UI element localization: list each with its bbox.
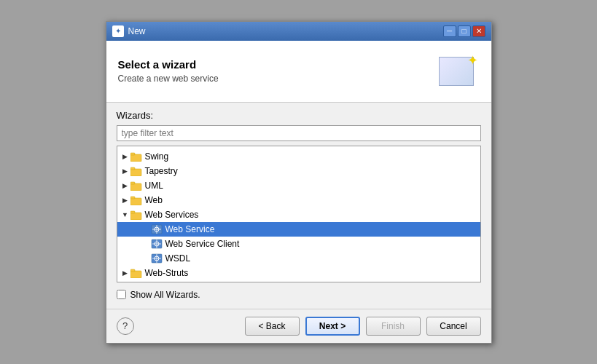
maximize-button[interactable]: □ xyxy=(458,25,471,37)
tree-item-web[interactable]: Web xyxy=(117,193,480,207)
body-section: Wizards: Swing xyxy=(106,103,491,309)
svg-rect-5 xyxy=(130,182,135,184)
next-button[interactable]: Next > xyxy=(305,317,360,336)
folder-icon-web-services xyxy=(130,210,142,220)
wsdl-icon xyxy=(151,253,163,264)
folder-icon-tapestry xyxy=(130,166,142,176)
folder-icon-swing xyxy=(130,151,142,162)
titlebar-icon: ✦ xyxy=(112,25,124,37)
tree-label-wsdl: WSDL xyxy=(165,253,191,264)
tree-item-web-services[interactable]: Web Services xyxy=(117,207,480,222)
tree-arrow-swing xyxy=(120,151,130,162)
titlebar: ✦ New ─ □ ✕ xyxy=(106,22,491,41)
bottom-section: ? < Back Next > Finish Cancel xyxy=(106,309,491,343)
tree-arrow-uml xyxy=(120,181,130,191)
svg-rect-4 xyxy=(130,183,141,191)
svg-rect-0 xyxy=(130,154,141,162)
tree-item-wsdl[interactable]: WSDL xyxy=(117,251,480,266)
minimize-button[interactable]: ─ xyxy=(443,25,456,37)
titlebar-title: New xyxy=(128,26,146,36)
svg-rect-3 xyxy=(130,167,135,170)
tree-label-tapestry: Tapestry xyxy=(145,166,178,176)
tree-arrow-web xyxy=(120,195,130,205)
close-button[interactable]: ✕ xyxy=(472,25,485,37)
tree-label-uml: UML xyxy=(145,181,163,191)
header-text: Select a wizard Create a new web service xyxy=(118,58,219,84)
folder-icon-web-struts xyxy=(130,268,142,278)
svg-rect-7 xyxy=(130,197,135,199)
filter-input[interactable] xyxy=(117,125,481,141)
svg-rect-6 xyxy=(130,198,141,205)
tree-item-uml[interactable]: UML xyxy=(117,178,480,193)
tree-arrow-web-services xyxy=(120,210,130,220)
header-subtitle: Create a new web service xyxy=(118,74,219,84)
show-all-row: Show All Wizards. xyxy=(117,288,481,301)
svg-rect-2 xyxy=(130,169,141,176)
help-button[interactable]: ? xyxy=(117,317,134,335)
tree-label-web-service-client: Web Service Client xyxy=(165,239,240,249)
wizard-icon-area: ✦ xyxy=(439,51,480,92)
tree-item-web-service-client[interactable]: Web Service Client xyxy=(117,237,480,251)
wizards-label: Wizards: xyxy=(117,110,481,121)
web-service-client-icon xyxy=(151,239,163,249)
back-button[interactable]: < Back xyxy=(245,317,300,336)
svg-rect-8 xyxy=(130,213,141,220)
svg-rect-22 xyxy=(130,271,141,278)
tree-label-web-service: Web Service xyxy=(165,224,215,234)
show-all-checkbox[interactable] xyxy=(117,290,126,299)
tree-label-web-struts: Web-Struts xyxy=(145,268,189,278)
cancel-button[interactable]: Cancel xyxy=(426,317,481,336)
new-wizard-dialog: ✦ New ─ □ ✕ Select a wizard Create a new… xyxy=(106,21,492,344)
tree-label-web-services: Web Services xyxy=(145,210,199,220)
tree-arrow-web-struts xyxy=(120,268,130,278)
tree-item-tapestry[interactable]: Tapestry xyxy=(117,164,480,178)
tree-arrow-tapestry xyxy=(120,166,130,176)
tree-item-xml[interactable]: XML xyxy=(117,280,480,282)
header-title: Select a wizard xyxy=(118,58,219,71)
svg-rect-1 xyxy=(130,153,135,155)
folder-icon-web xyxy=(130,195,142,205)
titlebar-controls: ─ □ ✕ xyxy=(443,25,485,37)
tree-item-web-service[interactable]: Web Service xyxy=(117,222,480,237)
finish-button[interactable]: Finish xyxy=(366,317,421,336)
tree-item-web-struts[interactable]: Web-Struts xyxy=(117,266,480,280)
tree-item-swing[interactable]: Swing xyxy=(117,149,480,164)
titlebar-left: ✦ New xyxy=(112,25,146,37)
folder-icon-uml xyxy=(130,181,142,191)
tree-scroll[interactable]: Swing Tapestry xyxy=(117,146,480,282)
web-service-icon xyxy=(151,224,163,234)
svg-rect-9 xyxy=(130,211,135,213)
tree-label-swing: Swing xyxy=(145,151,169,162)
show-all-label: Show All Wizards. xyxy=(130,290,200,300)
tree-label-web: Web xyxy=(145,195,163,205)
tree-container: Swing Tapestry xyxy=(117,146,481,282)
svg-rect-23 xyxy=(130,269,135,272)
sparkle-icon: ✦ xyxy=(467,52,478,68)
header-section: Select a wizard Create a new web service… xyxy=(106,41,491,103)
